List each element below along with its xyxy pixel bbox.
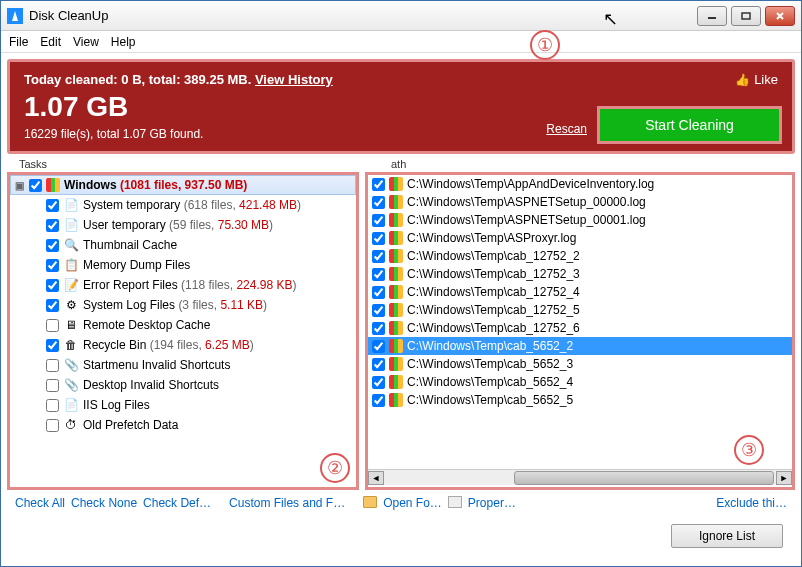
windows-flag-icon [389, 195, 403, 209]
task-item[interactable]: 🔍Thumbnail Cache [10, 235, 356, 255]
root-checkbox[interactable] [29, 179, 42, 192]
action-links-row: Check All Check None Check Def… Custom F… [1, 490, 801, 516]
path-text: C:\Windows\Temp\cab_12752_5 [407, 303, 580, 317]
scroll-right-icon[interactable]: ► [776, 471, 792, 485]
path-checkbox[interactable] [372, 232, 385, 245]
exclude-link[interactable]: Exclude thi… [716, 496, 787, 510]
scroll-left-icon[interactable]: ◄ [368, 471, 384, 485]
path-checkbox[interactable] [372, 214, 385, 227]
annotation-3: ③ [734, 435, 764, 465]
path-item[interactable]: C:\Windows\Temp\cab_12752_5 [368, 301, 792, 319]
paths-list[interactable]: C:\Windows\Temp\AppAndDeviceInventory.lo… [368, 175, 792, 469]
windows-flag-icon [389, 321, 403, 335]
tasks-tree[interactable]: ▣ Windows (1081 files, 937.50 MB)📄System… [10, 175, 356, 487]
task-item[interactable]: ⏱Old Prefetch Data [10, 415, 356, 435]
path-text: C:\Windows\Temp\cab_5652_2 [407, 339, 573, 353]
task-checkbox[interactable] [46, 199, 59, 212]
collapse-icon[interactable]: ▣ [15, 180, 25, 191]
start-cleaning-button[interactable]: Start Cleaning [597, 106, 782, 144]
maximize-button[interactable] [731, 6, 761, 26]
task-checkbox[interactable] [46, 259, 59, 272]
path-checkbox[interactable] [372, 268, 385, 281]
path-item[interactable]: C:\Windows\Temp\ASProxyr.log [368, 229, 792, 247]
path-item[interactable]: C:\Windows\Temp\AppAndDeviceInventory.lo… [368, 175, 792, 193]
properties-icon [448, 496, 462, 508]
path-text: C:\Windows\Temp\cab_12752_6 [407, 321, 580, 335]
view-history-link[interactable]: View History [255, 72, 333, 87]
path-checkbox[interactable] [372, 340, 385, 353]
task-checkbox[interactable] [46, 299, 59, 312]
path-checkbox[interactable] [372, 178, 385, 191]
task-label: Error Report Files (118 files, 224.98 KB… [83, 278, 296, 292]
open-folder-link[interactable]: Open Fo… [383, 496, 442, 510]
path-item[interactable]: C:\Windows\Temp\cab_5652_5 [368, 391, 792, 409]
windows-flag-icon [389, 393, 403, 407]
task-item[interactable]: 📝Error Report Files (118 files, 224.98 K… [10, 275, 356, 295]
task-item[interactable]: 📄IIS Log Files [10, 395, 356, 415]
path-item[interactable]: C:\Windows\Temp\cab_5652_4 [368, 373, 792, 391]
menu-help[interactable]: Help [111, 35, 136, 49]
path-item[interactable]: C:\Windows\Temp\ASPNETSetup_00000.log [368, 193, 792, 211]
path-item[interactable]: C:\Windows\Temp\cab_5652_2 [368, 337, 792, 355]
path-text: C:\Windows\Temp\cab_12752_2 [407, 249, 580, 263]
task-item[interactable]: 📋Memory Dump Files [10, 255, 356, 275]
task-item[interactable]: 📄System temporary (618 files, 421.48 MB) [10, 195, 356, 215]
task-icon: 🗑 [63, 337, 79, 353]
windows-flag-icon [389, 303, 403, 317]
rescan-link[interactable]: Rescan [546, 122, 587, 136]
path-checkbox[interactable] [372, 322, 385, 335]
horizontal-scrollbar[interactable]: ◄ ► [368, 469, 792, 485]
scroll-thumb[interactable] [514, 471, 774, 485]
path-item[interactable]: C:\Windows\Temp\cab_12752_4 [368, 283, 792, 301]
tree-root-windows[interactable]: ▣ Windows (1081 files, 937.50 MB) [10, 175, 356, 195]
path-checkbox[interactable] [372, 304, 385, 317]
path-checkbox[interactable] [372, 376, 385, 389]
path-text: C:\Windows\Temp\cab_12752_4 [407, 285, 580, 299]
path-item[interactable]: C:\Windows\Temp\cab_12752_3 [368, 265, 792, 283]
task-label: Thumbnail Cache [83, 238, 177, 252]
task-item[interactable]: ⚙System Log Files (3 files, 5.11 KB) [10, 295, 356, 315]
properties-link[interactable]: Proper… [468, 496, 516, 510]
path-checkbox[interactable] [372, 196, 385, 209]
task-checkbox[interactable] [46, 339, 59, 352]
task-icon: 🔍 [63, 237, 79, 253]
task-checkbox[interactable] [46, 399, 59, 412]
check-all-link[interactable]: Check All [15, 496, 65, 510]
task-checkbox[interactable] [46, 279, 59, 292]
task-checkbox[interactable] [46, 219, 59, 232]
ignore-list-button[interactable]: Ignore List [671, 524, 783, 548]
path-item[interactable]: C:\Windows\Temp\cab_5652_3 [368, 355, 792, 373]
close-button[interactable] [765, 6, 795, 26]
path-checkbox[interactable] [372, 286, 385, 299]
menu-edit[interactable]: Edit [40, 35, 61, 49]
path-text: C:\Windows\Temp\ASPNETSetup_00001.log [407, 213, 646, 227]
path-item[interactable]: C:\Windows\Temp\cab_12752_2 [368, 247, 792, 265]
task-checkbox[interactable] [46, 239, 59, 252]
path-item[interactable]: C:\Windows\Temp\cab_12752_6 [368, 319, 792, 337]
path-checkbox[interactable] [372, 394, 385, 407]
task-item[interactable]: 📎Startmenu Invalid Shortcuts [10, 355, 356, 375]
annotation-1: ① [530, 30, 560, 60]
like-button[interactable]: Like [735, 72, 778, 87]
path-checkbox[interactable] [372, 358, 385, 371]
task-checkbox[interactable] [46, 379, 59, 392]
path-text: C:\Windows\Temp\ASPNETSetup_00000.log [407, 195, 646, 209]
check-def-link[interactable]: Check Def… [143, 496, 211, 510]
menu-file[interactable]: File [9, 35, 28, 49]
path-checkbox[interactable] [372, 250, 385, 263]
task-item[interactable]: 🗑Recycle Bin (194 files, 6.25 MB) [10, 335, 356, 355]
custom-files-link[interactable]: Custom Files and F… [229, 496, 345, 510]
path-item[interactable]: C:\Windows\Temp\ASPNETSetup_00001.log [368, 211, 792, 229]
check-none-link[interactable]: Check None [71, 496, 137, 510]
minimize-button[interactable] [697, 6, 727, 26]
window-controls [697, 6, 795, 26]
task-item[interactable]: 📄User temporary (59 files, 75.30 MB) [10, 215, 356, 235]
task-icon: 📄 [63, 197, 79, 213]
summary-panel: Today cleaned: 0 B, total: 389.25 MB. Vi… [7, 59, 795, 154]
menu-view[interactable]: View [73, 35, 99, 49]
task-item[interactable]: 📎Desktop Invalid Shortcuts [10, 375, 356, 395]
task-checkbox[interactable] [46, 419, 59, 432]
task-item[interactable]: 🖥Remote Desktop Cache [10, 315, 356, 335]
task-checkbox[interactable] [46, 359, 59, 372]
task-checkbox[interactable] [46, 319, 59, 332]
